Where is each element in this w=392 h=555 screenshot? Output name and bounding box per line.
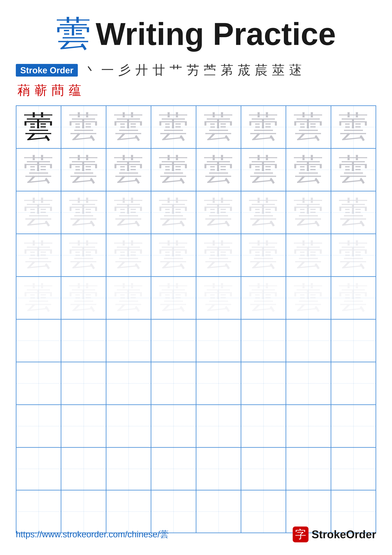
practice-char: 蕓: [24, 283, 54, 313]
grid-cell-4-8[interactable]: 蕓: [331, 234, 376, 277]
grid-cell-3-2[interactable]: 蕓: [61, 191, 106, 234]
stroke-4: 廾: [135, 62, 148, 79]
grid-cell-8-1[interactable]: [16, 405, 61, 447]
logo-icon: 字: [293, 526, 308, 542]
grid-cell-7-3[interactable]: [106, 362, 151, 405]
stroke-5: 廿: [152, 62, 165, 79]
grid-cell-1-4[interactable]: 蕓: [151, 106, 196, 148]
grid-cell-3-3[interactable]: 蕓: [106, 191, 151, 234]
practice-char: 蕓: [204, 155, 234, 185]
practice-char: 蕓: [204, 283, 234, 313]
grid-cell-2-1[interactable]: 蕓: [16, 148, 61, 191]
grid-cell-9-6[interactable]: [241, 447, 286, 490]
grid-cell-4-6[interactable]: 蕓: [241, 234, 286, 277]
grid-cell-2-3[interactable]: 蕓: [106, 148, 151, 191]
grid-cell-5-7[interactable]: 蕓: [286, 277, 331, 319]
grid-cell-5-1[interactable]: 蕓: [16, 277, 61, 319]
grid-cell-7-5[interactable]: [196, 362, 241, 405]
stroke-r2: 蕲: [35, 82, 47, 99]
grid-cell-5-6[interactable]: 蕓: [241, 277, 286, 319]
stroke-11: 莀: [255, 62, 268, 79]
practice-char: 蕓: [69, 240, 99, 270]
practice-char: 蕓: [158, 112, 188, 142]
grid-cell-5-4[interactable]: 蕓: [151, 277, 196, 319]
grid-cell-9-2[interactable]: [61, 447, 106, 490]
grid-row-5: 蕓 蕓 蕓 蕓 蕓 蕓 蕓 蕓: [16, 277, 376, 319]
grid-cell-5-3[interactable]: 蕓: [106, 277, 151, 319]
practice-char: 蕓: [293, 155, 323, 185]
grid-cell-7-7[interactable]: [286, 362, 331, 405]
grid-cell-3-6[interactable]: 蕓: [241, 191, 286, 234]
grid-row-7: [16, 362, 376, 405]
grid-cell-2-8[interactable]: 蕓: [331, 148, 376, 191]
grid-cell-6-8[interactable]: [331, 319, 376, 362]
stroke-order-badge: Stroke Order: [16, 64, 78, 77]
grid-row-2: 蕓 蕓 蕓 蕓 蕓 蕓 蕓 蕓: [16, 148, 376, 191]
grid-cell-5-8[interactable]: 蕓: [331, 277, 376, 319]
grid-cell-1-2[interactable]: 蕓: [61, 106, 106, 148]
grid-cell-4-5[interactable]: 蕓: [196, 234, 241, 277]
grid-cell-3-5[interactable]: 蕓: [196, 191, 241, 234]
grid-cell-8-4[interactable]: [151, 405, 196, 447]
grid-cell-9-4[interactable]: [151, 447, 196, 490]
grid-cell-9-8[interactable]: [331, 447, 376, 490]
practice-char: 蕓: [249, 283, 278, 313]
grid-cell-2-7[interactable]: 蕓: [286, 148, 331, 191]
grid-cell-1-5[interactable]: 蕓: [196, 106, 241, 148]
grid-cell-4-4[interactable]: 蕓: [151, 234, 196, 277]
grid-cell-9-3[interactable]: [106, 447, 151, 490]
grid-cell-6-7[interactable]: [286, 319, 331, 362]
grid-cell-1-1[interactable]: 蕓: [16, 106, 61, 148]
grid-cell-5-5[interactable]: 蕓: [196, 277, 241, 319]
practice-char: 蕓: [293, 240, 323, 270]
grid-cell-4-2[interactable]: 蕓: [61, 234, 106, 277]
grid-cell-9-1[interactable]: [16, 447, 61, 490]
grid-cell-7-8[interactable]: [331, 362, 376, 405]
grid-cell-1-7[interactable]: 蕓: [286, 106, 331, 148]
grid-cell-3-4[interactable]: 蕓: [151, 191, 196, 234]
grid-cell-2-2[interactable]: 蕓: [61, 148, 106, 191]
grid-cell-6-4[interactable]: [151, 319, 196, 362]
grid-cell-8-2[interactable]: [61, 405, 106, 447]
grid-cell-5-2[interactable]: 蕓: [61, 277, 106, 319]
stroke-2: 一: [101, 62, 114, 79]
grid-cell-3-1[interactable]: 蕓: [16, 191, 61, 234]
stroke-9: 苐: [221, 62, 233, 79]
title-chinese-char: 蕓: [56, 17, 91, 51]
grid-cell-8-5[interactable]: [196, 405, 241, 447]
practice-char: 蕓: [158, 283, 188, 313]
grid-cell-2-6[interactable]: 蕓: [241, 148, 286, 191]
grid-cell-7-6[interactable]: [241, 362, 286, 405]
grid-cell-7-4[interactable]: [151, 362, 196, 405]
stroke-3: 彡: [118, 62, 131, 79]
stroke-6: 艹: [170, 62, 182, 79]
grid-cell-1-6[interactable]: 蕓: [241, 106, 286, 148]
practice-char: 蕓: [204, 240, 234, 270]
grid-cell-4-7[interactable]: 蕓: [286, 234, 331, 277]
grid-cell-8-6[interactable]: [241, 405, 286, 447]
grid-cell-6-3[interactable]: [106, 319, 151, 362]
grid-cell-9-5[interactable]: [196, 447, 241, 490]
footer-url[interactable]: https://www.strokeorder.com/chinese/蕓: [16, 529, 169, 540]
grid-cell-7-1[interactable]: [16, 362, 61, 405]
grid-cell-2-5[interactable]: 蕓: [196, 148, 241, 191]
grid-cell-1-8[interactable]: 蕓: [331, 106, 376, 148]
grid-cell-7-2[interactable]: [61, 362, 106, 405]
grid-cell-6-6[interactable]: [241, 319, 286, 362]
grid-cell-6-5[interactable]: [196, 319, 241, 362]
practice-char: 蕓: [293, 197, 323, 227]
grid-cell-8-7[interactable]: [286, 405, 331, 447]
grid-cell-8-8[interactable]: [331, 405, 376, 447]
grid-cell-4-3[interactable]: 蕓: [106, 234, 151, 277]
grid-cell-8-3[interactable]: [106, 405, 151, 447]
grid-cell-3-8[interactable]: 蕓: [331, 191, 376, 234]
grid-cell-3-7[interactable]: 蕓: [286, 191, 331, 234]
stroke-order-row2: 蕱 蕲 蕳 蕴: [17, 82, 81, 99]
grid-cell-9-7[interactable]: [286, 447, 331, 490]
grid-cell-1-3[interactable]: 蕓: [106, 106, 151, 148]
practice-char: 蕓: [114, 155, 143, 185]
grid-cell-2-4[interactable]: 蕓: [151, 148, 196, 191]
grid-cell-6-2[interactable]: [61, 319, 106, 362]
grid-cell-4-1[interactable]: 蕓: [16, 234, 61, 277]
grid-cell-6-1[interactable]: [16, 319, 61, 362]
